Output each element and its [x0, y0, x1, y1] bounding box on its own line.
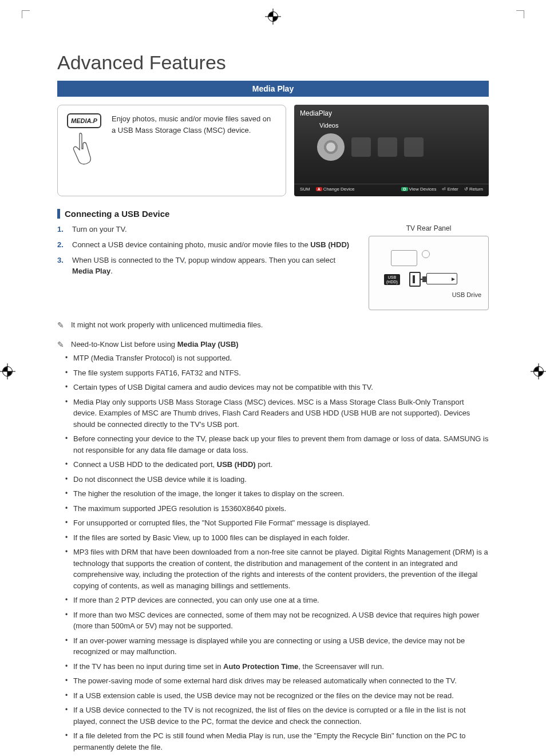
- note-text: Need-to-Know List before using Media Pla…: [71, 340, 239, 349]
- list-item: MTP (Media Transfer Protocol) is not sup…: [57, 353, 489, 364]
- steps-list: Turn on your TV. Connect a USB device co…: [57, 224, 357, 276]
- list-item: MP3 files with DRM that have been downlo…: [57, 547, 489, 591]
- note-icon: ✎: [57, 320, 68, 330]
- remote-button-mediap: MEDIA.P: [67, 113, 101, 128]
- intro-text: Enjoy photos, music and/or movie files s…: [112, 113, 276, 136]
- subheading: Connecting a USB Device: [57, 209, 489, 219]
- tv-screenshot: MediaPlay Videos SUM AChange Device DVie…: [294, 105, 489, 196]
- bullet-list: MTP (Media Transfer Protocol) is not sup…: [57, 353, 489, 753]
- list-item: Do not disconnect the USB device while i…: [57, 474, 489, 485]
- tv-category-label: Videos: [319, 122, 483, 129]
- step-item: Turn on your TV.: [57, 224, 357, 235]
- sum-label: SUM: [300, 187, 310, 192]
- crop-mark: [22, 10, 30, 18]
- registration-mark-right: [533, 366, 544, 379]
- step-item: Connect a USB device containing photo, m…: [57, 240, 357, 251]
- list-item: If the files are sorted by Basic View, u…: [57, 532, 489, 544]
- list-item: If the TV has been no input during time …: [57, 661, 489, 672]
- list-item: The higher the resolution of the image, …: [57, 488, 489, 500]
- enter-label: Enter: [448, 187, 458, 192]
- registration-mark-top: [0, 11, 546, 24]
- media-tile-icon: [378, 137, 397, 157]
- tv-app-title: MediaPlay: [300, 109, 483, 117]
- note-icon: ✎: [57, 340, 68, 349]
- list-item: If a file deleted from the PC is still f…: [57, 730, 489, 753]
- crop-mark: [516, 10, 524, 18]
- list-item: If a USB device connected to the TV is n…: [57, 704, 489, 727]
- hand-icon: [67, 130, 94, 171]
- registration-mark-left: [2, 366, 13, 379]
- list-item: If a USB extension cable is used, the US…: [57, 690, 489, 702]
- list-item: For unsupported or corrupted files, the …: [57, 517, 489, 529]
- note-text: It might not work properly with unlicenc…: [71, 320, 263, 329]
- view-devices-label: View Devices: [409, 187, 437, 192]
- change-device-label: Change Device: [323, 187, 355, 192]
- list-item: Before connecting your device to the TV,…: [57, 433, 489, 456]
- rear-panel-caption: TV Rear Panel: [369, 224, 489, 232]
- remote-card: MEDIA.P Enjoy photos, music and/or movie…: [57, 105, 286, 196]
- list-item: If more than two MSC devices are connect…: [57, 609, 489, 632]
- rear-panel-diagram: TV Rear Panel USB (HDD) USB Drive: [369, 224, 489, 310]
- usb-hdd-label: USB (HDD): [384, 274, 400, 285]
- list-item: The file system supports FAT16, FAT32 an…: [57, 367, 489, 379]
- port-icon: [422, 250, 430, 258]
- usb-drive-icon: [426, 273, 457, 284]
- page-title: Advanced Features: [57, 52, 489, 74]
- step-item: When USB is connected to the TV, popup w…: [57, 255, 357, 277]
- media-tile-icon: [404, 137, 424, 157]
- port-icon: [391, 250, 417, 266]
- list-item: Media Play only supports USB Mass Storag…: [57, 397, 489, 430]
- list-item: If more than 2 PTP devices are connected…: [57, 595, 489, 606]
- media-tile-icon: [351, 137, 371, 157]
- section-bar: Media Play: [57, 81, 489, 97]
- usb-drive-label: USB Drive: [452, 291, 481, 298]
- usb-port-icon: [409, 272, 421, 287]
- list-item: The maximum supported JPEG resolution is…: [57, 503, 489, 514]
- list-item: The power-saving mode of some external h…: [57, 675, 489, 687]
- return-label: Return: [469, 187, 483, 192]
- list-item: If an over-power warning message is disp…: [57, 635, 489, 658]
- list-item: Connect a USB HDD to the dedicated port,…: [57, 459, 489, 470]
- film-reel-icon: [317, 133, 345, 161]
- list-item: Certain types of USB Digital camera and …: [57, 382, 489, 393]
